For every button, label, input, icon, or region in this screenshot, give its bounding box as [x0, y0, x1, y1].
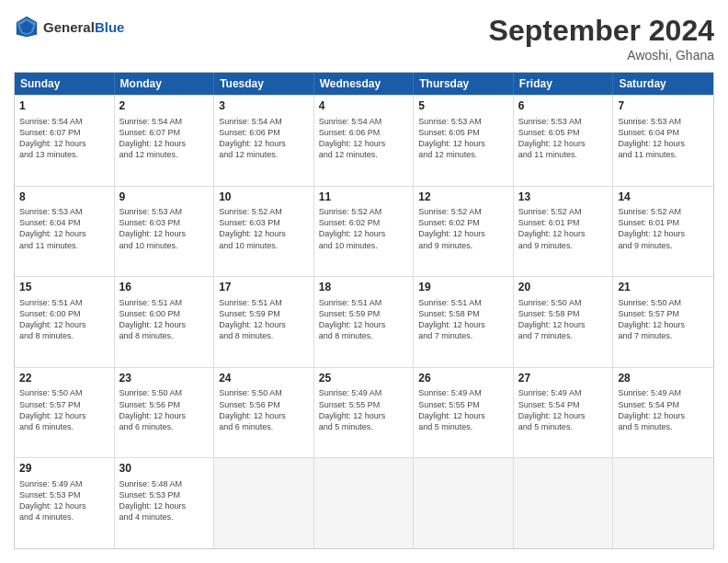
- calendar-cell-4-4: 26Sunrise: 5:49 AMSunset: 5:55 PMDayligh…: [414, 368, 514, 458]
- calendar-cell-1-2: 3Sunrise: 5:54 AMSunset: 6:06 PMDaylight…: [214, 96, 314, 186]
- day-number: 2: [119, 99, 210, 114]
- cell-info: Sunrise: 5:54 AMSunset: 6:07 PMDaylight:…: [119, 116, 210, 161]
- calendar-row-4: 22Sunrise: 5:50 AMSunset: 5:57 PMDayligh…: [15, 367, 713, 458]
- calendar-cell-2-6: 14Sunrise: 5:52 AMSunset: 6:01 PMDayligh…: [613, 187, 713, 277]
- day-number: 16: [119, 281, 210, 295]
- cell-info: Sunrise: 5:49 AMSunset: 5:54 PMDaylight:…: [518, 387, 609, 432]
- day-number: 7: [618, 99, 709, 114]
- calendar-cell-4-6: 28Sunrise: 5:49 AMSunset: 5:54 PMDayligh…: [613, 368, 713, 458]
- calendar-cell-2-0: 8Sunrise: 5:53 AMSunset: 6:04 PMDaylight…: [15, 187, 115, 277]
- page: GeneralBlue September 2024 Awoshi, Ghana…: [0, 0, 728, 563]
- calendar-cell-2-3: 11Sunrise: 5:52 AMSunset: 6:02 PMDayligh…: [314, 187, 415, 277]
- calendar-cell-4-0: 22Sunrise: 5:50 AMSunset: 5:57 PMDayligh…: [15, 368, 115, 458]
- calendar-cell-1-0: 1Sunrise: 5:54 AMSunset: 6:07 PMDaylight…: [15, 96, 115, 186]
- day-number: 24: [219, 372, 309, 386]
- calendar-cell-5-5: [514, 458, 614, 548]
- cell-info: Sunrise: 5:52 AMSunset: 6:02 PMDaylight:…: [319, 206, 409, 251]
- day-number: 11: [319, 190, 409, 205]
- calendar-cell-2-2: 10Sunrise: 5:52 AMSunset: 6:03 PMDayligh…: [214, 187, 314, 277]
- day-number: 6: [518, 99, 609, 114]
- cell-info: Sunrise: 5:53 AMSunset: 6:03 PMDaylight:…: [119, 206, 210, 251]
- calendar-cell-3-6: 21Sunrise: 5:50 AMSunset: 5:57 PMDayligh…: [613, 277, 713, 367]
- calendar-cell-3-5: 20Sunrise: 5:50 AMSunset: 5:58 PMDayligh…: [514, 277, 614, 367]
- cell-info: Sunrise: 5:54 AMSunset: 6:06 PMDaylight:…: [219, 116, 309, 161]
- day-number: 13: [518, 190, 609, 205]
- calendar-cell-3-4: 19Sunrise: 5:51 AMSunset: 5:58 PMDayligh…: [414, 277, 514, 367]
- cell-info: Sunrise: 5:53 AMSunset: 6:05 PMDaylight:…: [518, 116, 609, 161]
- cell-info: Sunrise: 5:51 AMSunset: 6:00 PMDaylight:…: [119, 297, 210, 342]
- calendar-cell-5-0: 29Sunrise: 5:49 AMSunset: 5:53 PMDayligh…: [15, 458, 115, 548]
- day-number: 29: [19, 462, 109, 477]
- calendar-row-3: 15Sunrise: 5:51 AMSunset: 6:00 PMDayligh…: [15, 276, 713, 367]
- logo-text: GeneralBlue: [43, 19, 124, 35]
- cell-info: Sunrise: 5:49 AMSunset: 5:54 PMDaylight:…: [618, 387, 709, 432]
- cell-info: Sunrise: 5:51 AMSunset: 6:00 PMDaylight:…: [19, 297, 109, 342]
- location: Awoshi, Ghana: [489, 48, 714, 63]
- day-number: 10: [219, 190, 309, 205]
- cell-info: Sunrise: 5:50 AMSunset: 5:56 PMDaylight:…: [119, 387, 210, 432]
- cell-info: Sunrise: 5:50 AMSunset: 5:56 PMDaylight:…: [219, 387, 309, 432]
- calendar-cell-1-6: 7Sunrise: 5:53 AMSunset: 6:04 PMDaylight…: [613, 96, 713, 186]
- calendar-body: 1Sunrise: 5:54 AMSunset: 6:07 PMDaylight…: [15, 95, 713, 548]
- cell-info: Sunrise: 5:52 AMSunset: 6:01 PMDaylight:…: [518, 206, 609, 251]
- cell-info: Sunrise: 5:53 AMSunset: 6:05 PMDaylight:…: [418, 116, 508, 161]
- calendar-cell-5-6: [613, 458, 713, 548]
- month-title: September 2024: [489, 14, 714, 48]
- day-number: 1: [19, 99, 109, 114]
- calendar: Sunday Monday Tuesday Wednesday Thursday…: [14, 72, 714, 549]
- header-thursday: Thursday: [414, 73, 514, 95]
- day-number: 15: [19, 281, 109, 295]
- cell-info: Sunrise: 5:50 AMSunset: 5:57 PMDaylight:…: [618, 297, 709, 342]
- header-sunday: Sunday: [15, 73, 115, 95]
- day-number: 9: [119, 190, 210, 205]
- calendar-cell-1-4: 5Sunrise: 5:53 AMSunset: 6:05 PMDaylight…: [414, 96, 514, 186]
- calendar-cell-5-4: [414, 458, 514, 548]
- header-friday: Friday: [514, 73, 614, 95]
- calendar-cell-1-5: 6Sunrise: 5:53 AMSunset: 6:05 PMDaylight…: [514, 96, 614, 186]
- calendar-cell-2-5: 13Sunrise: 5:52 AMSunset: 6:01 PMDayligh…: [514, 187, 614, 277]
- calendar-cell-5-1: 30Sunrise: 5:48 AMSunset: 5:53 PMDayligh…: [115, 458, 215, 548]
- calendar-cell-4-2: 24Sunrise: 5:50 AMSunset: 5:56 PMDayligh…: [214, 368, 314, 458]
- cell-info: Sunrise: 5:52 AMSunset: 6:01 PMDaylight:…: [618, 206, 709, 251]
- day-number: 5: [418, 99, 508, 114]
- calendar-cell-1-3: 4Sunrise: 5:54 AMSunset: 6:06 PMDaylight…: [314, 96, 415, 186]
- cell-info: Sunrise: 5:48 AMSunset: 5:53 PMDaylight:…: [119, 478, 210, 523]
- cell-info: Sunrise: 5:52 AMSunset: 6:03 PMDaylight:…: [219, 206, 309, 251]
- calendar-cell-4-5: 27Sunrise: 5:49 AMSunset: 5:54 PMDayligh…: [514, 368, 614, 458]
- cell-info: Sunrise: 5:51 AMSunset: 5:59 PMDaylight:…: [319, 297, 409, 342]
- cell-info: Sunrise: 5:54 AMSunset: 6:06 PMDaylight:…: [319, 116, 409, 161]
- calendar-row-1: 1Sunrise: 5:54 AMSunset: 6:07 PMDaylight…: [15, 95, 713, 186]
- day-number: 20: [518, 281, 609, 295]
- cell-info: Sunrise: 5:52 AMSunset: 6:02 PMDaylight:…: [418, 206, 508, 251]
- cell-info: Sunrise: 5:53 AMSunset: 6:04 PMDaylight:…: [618, 116, 709, 161]
- day-number: 14: [618, 190, 709, 205]
- calendar-cell-1-1: 2Sunrise: 5:54 AMSunset: 6:07 PMDaylight…: [115, 96, 215, 186]
- calendar-cell-5-3: [314, 458, 415, 548]
- day-number: 19: [418, 281, 508, 295]
- day-number: 4: [319, 99, 409, 114]
- cell-info: Sunrise: 5:53 AMSunset: 6:04 PMDaylight:…: [19, 206, 109, 251]
- cell-info: Sunrise: 5:51 AMSunset: 5:59 PMDaylight:…: [219, 297, 309, 342]
- header-tuesday: Tuesday: [214, 73, 314, 95]
- day-number: 25: [319, 372, 409, 386]
- calendar-row-5: 29Sunrise: 5:49 AMSunset: 5:53 PMDayligh…: [15, 457, 713, 548]
- calendar-row-2: 8Sunrise: 5:53 AMSunset: 6:04 PMDaylight…: [15, 186, 713, 277]
- header-wednesday: Wednesday: [314, 73, 415, 95]
- logo: GeneralBlue: [14, 14, 124, 40]
- day-number: 12: [418, 190, 508, 205]
- calendar-cell-4-3: 25Sunrise: 5:49 AMSunset: 5:55 PMDayligh…: [314, 368, 415, 458]
- calendar-cell-3-0: 15Sunrise: 5:51 AMSunset: 6:00 PMDayligh…: [15, 277, 115, 367]
- calendar-cell-3-3: 18Sunrise: 5:51 AMSunset: 5:59 PMDayligh…: [314, 277, 415, 367]
- day-number: 21: [618, 281, 709, 295]
- cell-info: Sunrise: 5:50 AMSunset: 5:58 PMDaylight:…: [518, 297, 609, 342]
- calendar-cell-4-1: 23Sunrise: 5:50 AMSunset: 5:56 PMDayligh…: [115, 368, 215, 458]
- day-number: 17: [219, 281, 309, 295]
- day-number: 23: [119, 372, 210, 386]
- logo-icon: [14, 14, 40, 40]
- calendar-cell-3-2: 17Sunrise: 5:51 AMSunset: 5:59 PMDayligh…: [214, 277, 314, 367]
- cell-info: Sunrise: 5:54 AMSunset: 6:07 PMDaylight:…: [19, 116, 109, 161]
- day-number: 8: [19, 190, 109, 205]
- title-section: September 2024 Awoshi, Ghana: [489, 14, 714, 63]
- calendar-cell-2-1: 9Sunrise: 5:53 AMSunset: 6:03 PMDaylight…: [115, 187, 215, 277]
- calendar-header: Sunday Monday Tuesday Wednesday Thursday…: [15, 73, 713, 95]
